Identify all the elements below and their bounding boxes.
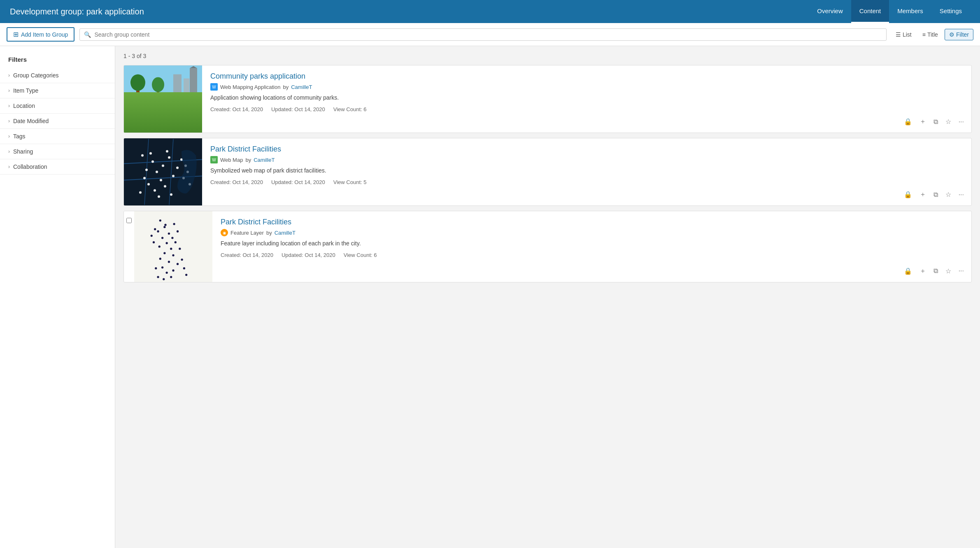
more-icon[interactable]: ··· xyxy=(957,117,966,127)
svg-point-24 xyxy=(154,189,156,192)
dark-map-image xyxy=(124,138,202,205)
park-image xyxy=(124,65,202,133)
nav-settings[interactable]: Settings xyxy=(931,0,970,23)
svg-point-29 xyxy=(143,177,146,180)
item-dates: Created: Oct 14, 2020 Updated: Oct 14, 2… xyxy=(210,179,963,185)
add-icon[interactable]: ＋ xyxy=(918,265,928,277)
add-icon[interactable]: ＋ xyxy=(918,116,928,128)
item-description: Application showing locations of communi… xyxy=(210,94,963,102)
item-author[interactable]: CamilleT xyxy=(254,157,275,163)
duplicate-icon[interactable]: ⧉ xyxy=(932,117,940,127)
favorite-icon[interactable]: ☆ xyxy=(944,266,953,277)
add-item-button[interactable]: ⊞ Add Item to Group xyxy=(7,27,74,42)
item-info: Park District Facilities W Web Map by Ca… xyxy=(202,138,971,205)
chevron-right-icon: › xyxy=(8,164,10,170)
svg-point-61 xyxy=(155,267,157,269)
item-checkbox-area xyxy=(124,211,134,282)
type-icon-webapp: W xyxy=(210,83,218,91)
app-title: Development group: park application xyxy=(10,7,144,16)
nav-content[interactable]: Content xyxy=(851,0,889,23)
toolbar: ⊞ Add Item to Group 🔍 ☰ List ≡ Title ⚙ F… xyxy=(0,23,980,46)
filter-group-categories-label: Group Categories xyxy=(13,72,59,79)
type-icon-webmap: W xyxy=(210,156,218,163)
by-label: by xyxy=(266,230,272,236)
item-type-label: Feature Layer xyxy=(230,230,264,236)
svg-rect-2 xyxy=(124,103,202,132)
more-icon[interactable]: ··· xyxy=(957,266,966,276)
dot-map-svg xyxy=(134,211,212,282)
svg-point-66 xyxy=(172,269,174,271)
title-view-button[interactable]: ≡ Title xyxy=(918,29,942,40)
svg-point-64 xyxy=(154,228,156,230)
svg-point-49 xyxy=(159,258,161,260)
created-date: Oct 14, 2020 xyxy=(242,252,273,258)
svg-point-43 xyxy=(168,233,170,235)
svg-point-40 xyxy=(159,219,161,222)
filter-group-categories[interactable]: › Group Categories xyxy=(0,68,115,83)
item-select-checkbox[interactable] xyxy=(126,218,132,223)
view-count-value: 6 xyxy=(363,106,366,112)
svg-point-21 xyxy=(168,156,170,159)
lock-icon[interactable]: 🔒 xyxy=(902,266,914,277)
svg-point-46 xyxy=(158,245,161,247)
svg-point-56 xyxy=(177,230,179,232)
filter-date-modified[interactable]: › Date Modified xyxy=(0,114,115,129)
more-icon[interactable]: ··· xyxy=(957,189,966,200)
created-label: Created: Oct 14, 2020 xyxy=(221,252,273,258)
view-controls: ☰ List ≡ Title ⚙ Filter xyxy=(892,29,973,40)
item-type-label: Web Map xyxy=(220,157,243,163)
filter-location-label: Location xyxy=(13,103,35,109)
created-label: Created: Oct 14, 2020 xyxy=(210,106,263,112)
lock-icon[interactable]: 🔒 xyxy=(902,189,914,200)
updated-label: Updated: Oct 14, 2020 xyxy=(271,106,325,112)
item-info: Community parks application W Web Mappin… xyxy=(202,65,971,133)
search-input[interactable] xyxy=(94,31,882,38)
duplicate-icon[interactable]: ⧉ xyxy=(932,189,940,200)
content-area: 1 - 3 of 3 xyxy=(115,46,980,548)
chevron-right-icon: › xyxy=(8,133,10,139)
updated-date: Oct 14, 2020 xyxy=(294,179,325,185)
item-title[interactable]: Park District Facilities xyxy=(221,218,963,226)
item-dates: Created: Oct 14, 2020 Updated: Oct 14, 2… xyxy=(210,106,963,112)
item-title[interactable]: Park District Facilities xyxy=(210,145,963,154)
item-thumbnail xyxy=(124,65,202,133)
item-description: Feature layer including location of each… xyxy=(221,240,963,248)
svg-point-60 xyxy=(185,274,187,276)
item-description: Symbolized web map of park district faci… xyxy=(210,167,963,175)
favorite-icon[interactable]: ☆ xyxy=(944,189,953,200)
svg-rect-9 xyxy=(190,68,197,93)
svg-point-51 xyxy=(161,266,163,268)
title-label: Title xyxy=(927,31,938,38)
view-count-value: 6 xyxy=(374,252,377,258)
svg-point-71 xyxy=(171,237,173,239)
svg-rect-7 xyxy=(173,75,182,97)
filter-tags[interactable]: › Tags xyxy=(0,129,115,144)
item-meta-type: W Web Mapping Application by CamilleT xyxy=(210,83,963,91)
item-author[interactable]: CamilleT xyxy=(275,230,296,236)
favorite-icon[interactable]: ☆ xyxy=(944,116,953,127)
filter-item-type[interactable]: › Item Type xyxy=(0,83,115,98)
sidebar-title: Filters xyxy=(0,53,115,68)
filter-button[interactable]: ⚙ Filter xyxy=(945,29,973,40)
chevron-right-icon: › xyxy=(8,118,10,124)
lock-icon[interactable]: 🔒 xyxy=(902,116,914,127)
filter-collaboration[interactable]: › Collaboration xyxy=(0,159,115,175)
item-author[interactable]: CamilleT xyxy=(291,84,312,90)
created-date: Oct 14, 2020 xyxy=(232,106,263,112)
header-nav: Overview Content Members Settings xyxy=(809,0,970,23)
filter-sharing[interactable]: › Sharing xyxy=(0,144,115,159)
by-label: by xyxy=(245,157,251,163)
item-title[interactable]: Community parks application xyxy=(210,72,963,81)
nav-overview[interactable]: Overview xyxy=(809,0,851,23)
svg-point-50 xyxy=(168,261,170,263)
svg-point-22 xyxy=(160,179,162,182)
duplicate-icon[interactable]: ⧉ xyxy=(932,266,940,276)
add-icon[interactable]: ＋ xyxy=(918,189,928,201)
svg-rect-8 xyxy=(184,79,189,97)
svg-point-68 xyxy=(163,278,165,280)
svg-point-67 xyxy=(170,276,172,278)
list-view-button[interactable]: ☰ List xyxy=(892,29,916,40)
filter-location[interactable]: › Location xyxy=(0,98,115,114)
nav-members[interactable]: Members xyxy=(889,0,931,23)
updated-date: Oct 14, 2020 xyxy=(294,106,325,112)
